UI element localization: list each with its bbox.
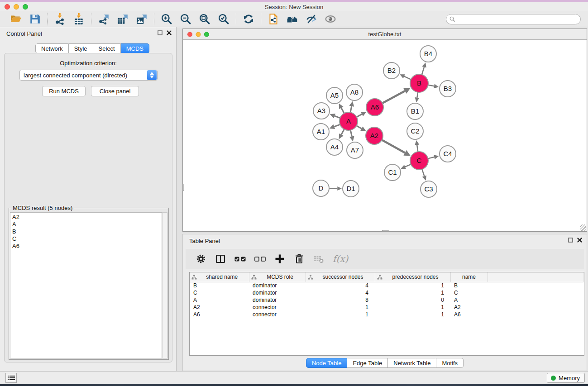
- refresh-layout-icon[interactable]: [242, 13, 255, 25]
- graph-edge: [417, 92, 418, 98]
- col-successor-nodes: successor nodes: [313, 274, 373, 280]
- table-cell: connector: [249, 311, 306, 318]
- show-all-icon[interactable]: [324, 13, 337, 25]
- memory-button[interactable]: Memory: [547, 373, 585, 383]
- table-cell: 4: [306, 289, 375, 296]
- mcds-result-item[interactable]: A6: [12, 243, 160, 250]
- table-cell: A: [190, 296, 249, 304]
- graph-node-label: D1: [346, 185, 355, 192]
- table-row[interactable]: Adominator80A: [190, 296, 584, 304]
- deselect-all-icon[interactable]: [254, 257, 266, 262]
- frame-left-handle[interactable]: [182, 184, 184, 191]
- close-panel-icon[interactable]: [167, 30, 172, 35]
- main-toolbar: [0, 11, 588, 27]
- graph-edge: [404, 76, 411, 80]
- zoom-fit-icon[interactable]: [198, 13, 211, 25]
- desktop-background-strip: [0, 384, 588, 386]
- graph-edge-arrow-icon: [422, 62, 426, 67]
- search-input[interactable]: [455, 15, 577, 23]
- run-mcds-button[interactable]: Run MCDS: [42, 86, 86, 96]
- tab-select[interactable]: Select: [93, 43, 121, 53]
- tab-edge-table[interactable]: Edge Table: [347, 358, 388, 368]
- table-row[interactable]: Bdominator41B: [190, 282, 584, 289]
- import-network-icon[interactable]: [53, 13, 66, 25]
- list-icon: [8, 375, 15, 381]
- graph-edge-arrow-icon: [422, 175, 426, 181]
- mcds-result-item[interactable]: A2: [12, 214, 160, 221]
- table-cell: 1: [306, 304, 375, 311]
- network-view[interactable]: AA1A2A3A4A5A6A7A8BB1B2B3B4CC1C2C3C4DD1: [183, 40, 587, 231]
- control-panel-title: Control Panel: [6, 30, 42, 37]
- col-shared-name: shared name: [197, 274, 247, 280]
- export-network-icon[interactable]: [97, 13, 110, 25]
- col-name: predecessor nodes: [382, 274, 449, 280]
- first-neighbors-icon[interactable]: [286, 13, 299, 25]
- delete-column-icon[interactable]: [294, 253, 305, 264]
- graph-node-label: A4: [330, 143, 339, 151]
- table-cell: [488, 296, 584, 304]
- table-cell: dominator: [249, 296, 306, 304]
- gear-icon[interactable]: [196, 253, 206, 264]
- table-row[interactable]: A2connector11A2: [190, 304, 584, 311]
- search-field[interactable]: [446, 14, 581, 24]
- network-window-titlebar[interactable]: testGlobe.txt: [183, 29, 587, 40]
- task-history-button[interactable]: [5, 373, 17, 383]
- mcds-result-list: A2ABCA6: [10, 212, 162, 358]
- tab-motifs[interactable]: Motifs: [436, 358, 464, 368]
- resize-grip-icon[interactable]: [580, 224, 586, 231]
- tab-network[interactable]: Network: [35, 43, 69, 53]
- table-cell: dominator: [249, 282, 306, 289]
- mcds-result-item[interactable]: A: [12, 221, 160, 228]
- table-row[interactable]: A6connector11A6: [190, 311, 584, 318]
- split-view-icon[interactable]: [215, 253, 226, 264]
- zoom-out-icon[interactable]: [179, 13, 192, 25]
- table-cell: 0: [375, 296, 450, 304]
- close-panel-button[interactable]: Close panel: [91, 86, 139, 96]
- control-panel-tabs: Network Style Select MCDS: [35, 43, 149, 53]
- table-cell: [488, 282, 584, 289]
- optimization-criterion-select[interactable]: largest connected component (directed): [19, 70, 158, 81]
- tab-network-table[interactable]: Network Table: [388, 358, 436, 368]
- open-file-icon[interactable]: [10, 13, 22, 25]
- mcds-result-scrollbar[interactable]: [162, 212, 167, 358]
- graph-edge-arrow-icon: [434, 84, 439, 88]
- graph-edge: [350, 130, 352, 137]
- table-cell: A6: [450, 311, 488, 318]
- delete-table-icon: [313, 253, 324, 264]
- table-cell: C: [190, 289, 249, 296]
- tab-node-table[interactable]: Node Table: [306, 358, 348, 368]
- mcds-result-title: MCDS result (5 nodes): [11, 205, 74, 211]
- table-row[interactable]: Cdominator41C: [190, 289, 584, 296]
- column-type-icon: [377, 275, 382, 280]
- mcds-result-item[interactable]: B: [12, 228, 160, 235]
- status-bar: Memory: [0, 371, 588, 384]
- float-panel-icon[interactable]: [158, 30, 163, 35]
- graph-node-label: A1: [317, 128, 325, 135]
- graph-node-label: C1: [388, 168, 397, 176]
- graph-node-label: A6: [371, 103, 379, 111]
- select-all-icon[interactable]: [234, 257, 246, 262]
- table-tabs: Node Table Edge Table Network Table Moti…: [183, 358, 587, 368]
- frame-bottom-handle[interactable]: [382, 230, 389, 232]
- tab-mcds[interactable]: MCDS: [121, 43, 149, 53]
- close-table-panel-icon[interactable]: [577, 238, 582, 243]
- export-image-icon[interactable]: [135, 13, 148, 25]
- tab-style[interactable]: Style: [69, 43, 93, 53]
- network-document-icon[interactable]: [267, 13, 280, 25]
- search-icon: [449, 16, 455, 22]
- mcds-result-item[interactable]: C: [12, 235, 160, 243]
- table-cell: [488, 289, 584, 296]
- zoom-selected-icon[interactable]: [217, 13, 230, 25]
- save-session-icon[interactable]: [29, 13, 41, 25]
- float-table-panel-icon[interactable]: [568, 238, 573, 243]
- export-table-icon[interactable]: [116, 13, 129, 25]
- table-cell: B: [190, 282, 249, 289]
- table-cell: C: [450, 289, 488, 296]
- add-column-icon[interactable]: [274, 253, 285, 264]
- graph-node-label: A7: [351, 146, 359, 154]
- zoom-in-icon[interactable]: [160, 13, 173, 25]
- graph-edge: [335, 116, 340, 118]
- graph-edge-arrow-icon: [434, 155, 439, 159]
- import-table-icon[interactable]: [72, 13, 85, 25]
- hide-selected-icon[interactable]: [305, 13, 318, 25]
